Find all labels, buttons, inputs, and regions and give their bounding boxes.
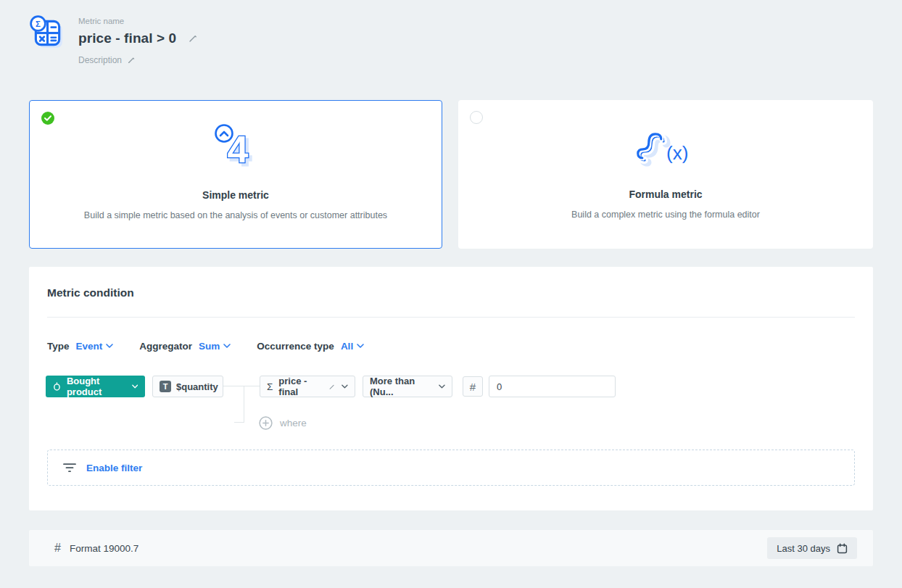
unselected-radio-icon[interactable]	[470, 111, 483, 124]
description-label[interactable]: Description	[78, 55, 122, 65]
formula-metric-card[interactable]: (x) Formula metric Build a complex metri…	[458, 100, 873, 249]
metric-header: Σ Metric name price - final > 0 Descript…	[29, 15, 198, 65]
connector-line	[244, 386, 244, 423]
svg-text:Σ: Σ	[36, 20, 41, 28]
metric-name-label: Metric name	[78, 17, 198, 25]
enable-filter-button[interactable]: Enable filter	[47, 450, 855, 486]
aggregate-attribute-name: price - final	[278, 376, 323, 397]
chevron-down-icon	[223, 344, 231, 348]
occurrence-type-dropdown[interactable]: All	[341, 341, 364, 352]
chevron-down-icon	[106, 344, 113, 348]
event-select-button[interactable]: Bought product	[46, 376, 145, 397]
plus-circle-icon	[259, 416, 273, 430]
metric-title: price - final > 0	[78, 30, 176, 46]
fx-function-icon: (x)	[634, 123, 697, 169]
enable-filter-label: Enable filter	[86, 463, 142, 473]
svg-text:(x): (x)	[666, 142, 688, 164]
sigma-icon: Σ	[267, 381, 273, 392]
filter-lines-icon	[63, 463, 76, 473]
date-range-button[interactable]: Last 30 days	[767, 537, 857, 559]
where-label: where	[280, 418, 307, 428]
edit-pencil-icon	[328, 383, 336, 391]
metric-builder-page: Σ Metric name price - final > 0 Descript…	[0, 0, 902, 588]
chevron-down-icon	[439, 384, 445, 389]
value-input[interactable]	[489, 376, 616, 397]
event-tag-icon	[53, 381, 61, 392]
chevron-down-icon	[357, 344, 364, 348]
condition-options-row: Type Event Aggregator Sum Occurrence typ…	[47, 335, 364, 357]
number-type-icon: #	[463, 376, 483, 397]
type-label: Type	[47, 341, 70, 352]
date-range-label: Last 30 days	[777, 543, 830, 554]
chevron-down-icon	[132, 384, 138, 389]
selected-check-icon[interactable]	[41, 112, 54, 125]
connector-line	[234, 422, 244, 423]
metric-calculator-icon: Σ	[29, 15, 65, 65]
attribute-name: $quantity	[176, 381, 218, 392]
format-label: Format 19000.7	[70, 543, 138, 554]
chevron-down-icon	[342, 384, 348, 389]
formula-metric-title: Formula metric	[629, 189, 702, 200]
event-name: Bought product	[67, 376, 126, 397]
divider	[47, 317, 855, 318]
simple-metric-title: Simple metric	[202, 189, 269, 201]
type-dropdown[interactable]: Event	[76, 341, 114, 352]
operator-dropdown[interactable]: More than (Nu...	[363, 376, 452, 397]
aggregator-dropdown[interactable]: Sum	[199, 341, 231, 352]
footer-bar: # Format 19000.7 Last 30 days	[29, 530, 873, 566]
hash-icon: #	[54, 542, 61, 555]
occurrence-type-label: Occurrence type	[257, 341, 334, 352]
metric-condition-panel: Metric condition Type Event Aggregator S…	[29, 267, 873, 510]
attribute-dropdown[interactable]: T $quantity	[152, 376, 223, 397]
edit-title-icon[interactable]	[188, 33, 198, 44]
formula-metric-description: Build a complex metric using the formula…	[571, 208, 760, 222]
operator-name: More than (Nu...	[370, 376, 433, 397]
number-4-chevron-icon: 4 4	[207, 123, 265, 170]
text-type-icon: T	[160, 381, 171, 392]
edit-description-icon[interactable]	[127, 56, 136, 65]
aggregator-label: Aggregator	[139, 341, 192, 352]
calendar-icon	[837, 543, 848, 554]
metric-condition-title: Metric condition	[47, 286, 134, 299]
format-info: # Format 19000.7	[54, 542, 138, 555]
simple-metric-description: Build a simple metric based on the analy…	[84, 209, 387, 223]
add-where-button[interactable]: where	[259, 416, 307, 430]
connector-line	[223, 386, 260, 386]
simple-metric-card[interactable]: 4 4 Simple metric Build a simple metric …	[29, 100, 442, 249]
aggregate-attribute-dropdown[interactable]: Σ price - final	[260, 376, 355, 397]
